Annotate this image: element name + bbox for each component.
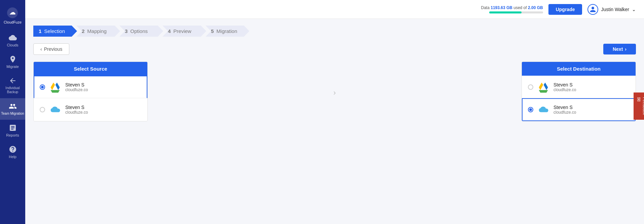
- next-button[interactable]: Next ›: [603, 44, 636, 54]
- prev-arrow-icon: ‹: [40, 46, 42, 52]
- source-account-1-info: Steven S cloudfuze.co: [65, 82, 141, 92]
- feedback-label: Feedback: [642, 97, 644, 115]
- stepper: 1 Selection 2 Mapping 3 Options 4: [33, 26, 636, 37]
- dest-account-1-info: Steven S cloudfuze.co: [553, 82, 630, 92]
- user-icon: [589, 6, 596, 13]
- source-radio-inner-1: [41, 86, 44, 88]
- svg-text:☁: ☁: [9, 9, 15, 16]
- clouds-icon: [9, 34, 17, 42]
- dest-radio-1[interactable]: [528, 84, 533, 90]
- source-panel-body: Steven S cloudfuze.co Steven S: [34, 76, 147, 121]
- sidebar-item-team-label: Team Migration: [1, 112, 24, 116]
- step-4-box[interactable]: 4 Preview: [163, 26, 206, 37]
- data-total: 2.00 GB: [528, 5, 543, 10]
- step-2-label: Mapping: [87, 28, 107, 34]
- dest-radio-2[interactable]: [528, 107, 533, 112]
- dest-account-2-email: cloudfuze.co: [553, 110, 630, 115]
- source-account-2-name: Steven S: [65, 105, 141, 110]
- step-3[interactable]: 3 Options: [119, 26, 163, 37]
- step-5-box[interactable]: 5 Migration: [206, 26, 249, 37]
- step-5[interactable]: 5 Migration: [206, 26, 249, 37]
- step-4-number: 4: [168, 28, 171, 34]
- usage-text: Data 1193.63 GB used of 2.00 GB: [481, 5, 543, 10]
- source-radio-2[interactable]: [40, 107, 45, 112]
- step-3-number: 3: [125, 28, 128, 34]
- transfer-arrow-icon: ›: [333, 88, 336, 97]
- data-used: 1193.63 GB: [491, 5, 512, 10]
- dest-account-1-email: cloudfuze.co: [553, 87, 630, 92]
- user-name: Justin Walker: [601, 7, 629, 12]
- source-panel: Select Source Ste: [33, 62, 148, 121]
- step-3-box[interactable]: 3 Options: [119, 26, 163, 37]
- dest-account-2-name: Steven S: [553, 105, 630, 110]
- dest-account-1-name: Steven S: [553, 82, 630, 87]
- onedrive-icon-dest: [537, 104, 549, 116]
- step-2-number: 2: [82, 28, 84, 34]
- sidebar-item-team-migration[interactable]: Team Migration: [0, 98, 25, 120]
- help-icon: [9, 145, 17, 153]
- step-4[interactable]: 4 Preview: [163, 26, 206, 37]
- step-5-label: Migration: [216, 28, 237, 34]
- step-5-number: 5: [211, 28, 214, 34]
- upgrade-button[interactable]: Upgrade: [548, 4, 582, 15]
- sidebar-item-help[interactable]: Help: [0, 141, 25, 163]
- source-account-1-email: cloudfuze.co: [65, 87, 141, 92]
- next-arrow-icon: ›: [625, 46, 627, 52]
- header: Data 1193.63 GB used of 2.00 GB Upgrade …: [25, 0, 644, 19]
- sidebar-item-help-label: Help: [9, 155, 16, 159]
- sidebar-item-migrate[interactable]: Migrate: [0, 51, 25, 73]
- dest-account-2-info: Steven S cloudfuze.co: [553, 105, 630, 115]
- step-1[interactable]: 1 Selection: [33, 26, 77, 37]
- step-1-box[interactable]: 1 Selection: [33, 26, 77, 37]
- feedback-tab[interactable]: Feedback ✉: [634, 92, 644, 120]
- sidebar-item-reports-label: Reports: [6, 133, 19, 137]
- backup-icon: [9, 77, 17, 85]
- sidebar-item-clouds-label: Clouds: [7, 43, 18, 47]
- destination-account-2[interactable]: Steven S cloudfuze.co: [522, 98, 636, 121]
- migrate-icon: [9, 55, 17, 63]
- step-3-label: Options: [130, 28, 148, 34]
- sidebar-logo-label: CloudFuze: [4, 20, 22, 24]
- source-panel-header: Select Source: [34, 62, 147, 76]
- next-label: Next: [613, 46, 623, 52]
- previous-button[interactable]: ‹ Previous: [33, 43, 69, 55]
- data-usage: Data 1193.63 GB used of 2.00 GB: [481, 5, 543, 13]
- step-2-box[interactable]: 2 Mapping: [76, 26, 120, 37]
- onedrive-icon: [49, 104, 61, 116]
- usage-bar-fill: [489, 11, 522, 13]
- usage-label: Data: [481, 5, 490, 10]
- usage-bar-bg: [489, 11, 543, 13]
- user-avatar: [587, 4, 598, 15]
- source-account-1[interactable]: Steven S cloudfuze.co: [34, 76, 147, 98]
- destination-account-1[interactable]: Steven S cloudfuze.co: [522, 76, 636, 98]
- destination-panel-header: Select Destination: [522, 62, 636, 76]
- destination-panel-body: Steven S cloudfuze.co Steven S: [522, 76, 636, 121]
- source-radio-1[interactable]: [40, 84, 45, 90]
- step-4-label: Preview: [173, 28, 191, 34]
- team-icon: [9, 102, 17, 110]
- sidebar-item-backup[interactable]: Individual Backup: [0, 73, 25, 98]
- sidebar-item-backup-label: Individual Backup: [0, 86, 25, 94]
- sidebar-logo[interactable]: ☁ CloudFuze: [4, 3, 22, 30]
- sidebar-item-reports[interactable]: Reports: [0, 120, 25, 141]
- sidebar-item-clouds[interactable]: Clouds: [0, 30, 25, 51]
- source-account-2[interactable]: Steven S cloudfuze.co: [34, 98, 147, 121]
- destination-panel: Select Destination Steven S clo: [522, 62, 636, 121]
- step-2[interactable]: 2 Mapping: [76, 26, 120, 37]
- chevron-down-icon: ⌄: [632, 7, 636, 12]
- step-1-label: Selection: [44, 28, 65, 34]
- sidebar-item-migrate-label: Migrate: [6, 65, 19, 69]
- reports-icon: [9, 124, 17, 132]
- sidebar: ☁ CloudFuze Clouds Migrate Individual Ba…: [0, 0, 25, 224]
- google-drive-icon-dest: [537, 81, 549, 93]
- google-drive-icon: [49, 81, 61, 93]
- main-content: Data 1193.63 GB used of 2.00 GB Upgrade …: [25, 0, 644, 224]
- nav-buttons: ‹ Previous Next ›: [33, 43, 636, 55]
- source-account-2-email: cloudfuze.co: [65, 110, 141, 115]
- content-area: 1 Selection 2 Mapping 3 Options 4: [25, 19, 644, 224]
- feedback-icon: ✉: [636, 97, 642, 102]
- step-1-number: 1: [39, 28, 41, 34]
- source-account-1-name: Steven S: [65, 82, 141, 87]
- user-menu[interactable]: Justin Walker ⌄: [587, 4, 636, 15]
- dest-radio-inner-2: [529, 108, 532, 111]
